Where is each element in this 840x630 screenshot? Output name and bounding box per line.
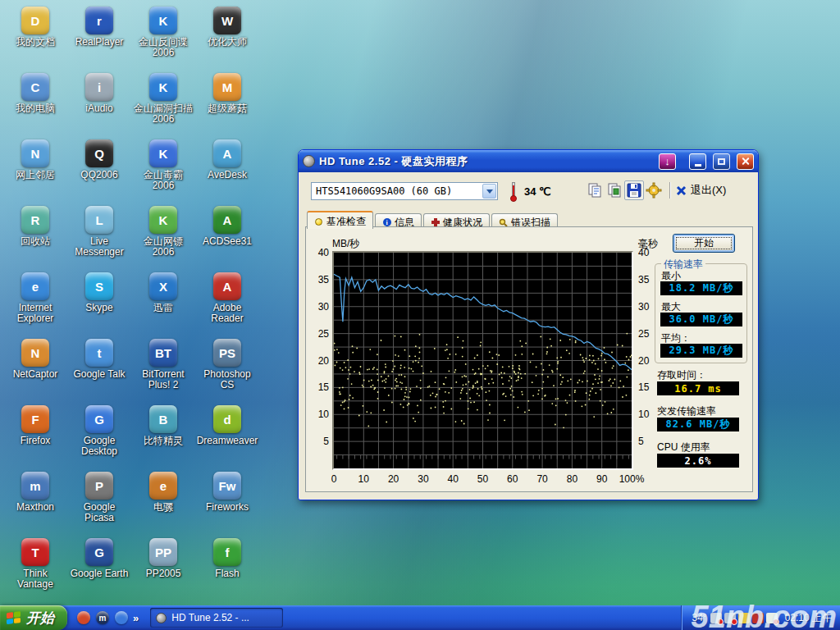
access-time-lcd: 16.7 ms	[657, 381, 739, 395]
tray-icons	[710, 613, 778, 623]
x-axis-tick: 20	[388, 473, 399, 485]
mail-icon[interactable]	[115, 611, 128, 624]
desktop-icon-google-desktop[interactable]: GGoogle Desktop	[68, 400, 130, 467]
desktop-icon-pp2005[interactable]: PPPP2005	[132, 533, 194, 600]
maxthon-icon[interactable]: m	[96, 611, 109, 624]
x-axis-tick: 70	[536, 473, 547, 485]
live-messenger-icon: L	[85, 206, 113, 234]
options-icon[interactable]	[644, 180, 664, 200]
y-right-tick: 40	[638, 247, 663, 258]
desktop-icon-kingsoft-antispyware-2006[interactable]: K金山反间谍 2006	[132, 2, 194, 68]
desktop-icon-kingsoft-duba-2006[interactable]: K金山毒霸 2006	[132, 135, 194, 201]
start-benchmark-button[interactable]: 开始	[673, 234, 735, 253]
kingsoft-duba-2006-icon: K	[149, 139, 177, 167]
close-button[interactable]	[737, 153, 754, 170]
quick-launch-overflow-chevron[interactable]: »	[133, 612, 139, 624]
maximize-button[interactable]	[713, 153, 730, 170]
max-value-lcd: 36.0 MB/秒	[660, 313, 742, 326]
desktop-icon-super-mushroom[interactable]: M超级蘑菇	[196, 68, 258, 135]
save-icon[interactable]	[624, 180, 644, 200]
tab-benchmark[interactable]: 基准检查	[307, 211, 373, 229]
desktop-icon-recycle-bin[interactable]: R回收站	[4, 201, 66, 267]
toolbar: 退出(X)	[585, 180, 726, 200]
desktop-icon-skype[interactable]: SSkype	[68, 267, 130, 334]
desktop-icon-live-messenger[interactable]: LLive Messenger	[68, 201, 130, 267]
y-left-tick: 35	[309, 274, 329, 285]
cpu-usage-lcd: 2.6%	[657, 454, 739, 468]
taskbar-button-hdtune[interactable]: HD Tune 2.52 - ...	[150, 608, 283, 628]
minimize-button[interactable]	[689, 153, 706, 170]
kingsoft-vulnerability-scan-2006-icon: K	[149, 73, 177, 101]
desktop-icon-my-documents[interactable]: D我的文档	[4, 2, 66, 68]
x-axis-tick: 0	[331, 473, 337, 485]
desktop-icon-netcaptor[interactable]: NNetCaptor	[4, 334, 66, 400]
y-right-tick: 10	[638, 409, 663, 420]
desktop-icon-dreamweaver[interactable]: dDreamweaver	[196, 400, 258, 467]
download-arrow-button[interactable]: ↓	[659, 153, 676, 170]
toolbar-separator	[669, 182, 670, 199]
desktop-icon-label: Skype	[85, 303, 112, 313]
copy-text-icon[interactable]	[585, 180, 605, 200]
desktop-icon-label: Flash	[215, 568, 239, 579]
desktop-icon-label: Photoshop CS	[196, 369, 258, 390]
desktop-icon-acdsee31[interactable]: AACDSee31	[196, 201, 258, 267]
youhua-dashi-icon: W	[213, 7, 241, 34]
desktop-icon-network-places[interactable]: N网上邻居	[4, 135, 66, 201]
copy-image-icon[interactable]	[605, 180, 624, 200]
avedesk-icon: A	[213, 139, 241, 167]
kingsoft-shield-icon[interactable]	[752, 613, 764, 623]
desktop-icon-label: 金山毒霸 2006	[144, 170, 183, 191]
google-earth-icon: G	[85, 538, 113, 566]
desktop-icon-maxthon[interactable]: mMaxthon	[4, 467, 66, 533]
exit-button[interactable]: 退出(X)	[676, 183, 726, 198]
window-title: HD Tune 2.52 - 硬盘实用程序	[319, 154, 652, 169]
disabled-device-icon[interactable]	[724, 613, 736, 623]
desktop-icon-youhua-dashi[interactable]: W优化大师	[196, 2, 258, 68]
desktop-icon-internet-explorer[interactable]: eInternet Explorer	[4, 267, 66, 334]
cpu-usage-label: CPU 使用率	[657, 441, 710, 454]
desktop-icon-photoshop-cs[interactable]: PSPhotoshop CS	[196, 334, 258, 400]
desktop-icon-grid: D我的文档rRealPlayerK金山反间谍 2006W优化大师C我的电脑iiA…	[3, 2, 259, 600]
muted-speaker-icon[interactable]	[710, 613, 722, 623]
taskbar: 开始 m » HD Tune 2.52 - ... 34° 02:10 上午	[0, 605, 840, 630]
window-titlebar[interactable]: HD Tune 2.52 - 硬盘实用程序 ↓	[299, 150, 758, 172]
desktop-icon-flash[interactable]: fFlash	[196, 533, 258, 600]
drive-select[interactable]: HTS541060G9SA00 (60 GB)	[311, 182, 498, 200]
network-places-icon: N	[21, 139, 49, 167]
messenger-icon[interactable]	[738, 613, 750, 623]
network-status-icon[interactable]	[766, 613, 778, 623]
google-picasa-icon: P	[85, 472, 113, 500]
desktop-icon-kingsoft-vulnerability-scan-2006[interactable]: K金山漏洞扫描 2006	[132, 68, 194, 135]
desktop-icon-bitspirit[interactable]: B比特精灵	[132, 400, 194, 467]
desktop-icon-kingsoft-netguard-2006[interactable]: K金山网镖 2006	[132, 201, 194, 267]
kingsoft-antispyware-2006-icon: K	[149, 7, 177, 34]
desktop-icon-my-computer[interactable]: C我的电脑	[4, 68, 66, 135]
desktop-icon-think-vantage[interactable]: TThink Vantage	[4, 533, 66, 600]
desktop-icon-bittorrent-plus-2[interactable]: BTBitTorrent Plus! 2	[132, 334, 194, 400]
desktop-icon-iaudio[interactable]: iiAudio	[68, 68, 130, 135]
quick-launch-bar: m	[77, 611, 128, 624]
y-left-axis-title: MB/秒	[332, 237, 359, 251]
desktop-icon-qq2006[interactable]: QQQ2006	[68, 135, 130, 201]
desktop-icon-label: RealPlayer	[75, 37, 124, 48]
start-button[interactable]: 开始	[0, 605, 67, 630]
desktop-icon-adobe-reader[interactable]: AAdobe Reader	[196, 267, 258, 334]
desktop-icon-label: 电骡	[153, 502, 173, 513]
desktop-icon-label: iAudio	[85, 103, 112, 114]
desktop-icon-label: NetCaptor	[13, 369, 58, 380]
desktop-icon-emule[interactable]: e电骡	[132, 467, 194, 533]
google-talk-icon: t	[85, 339, 113, 367]
desktop-icon-google-picasa[interactable]: PGoogle Picasa	[68, 467, 130, 533]
desktop-icon-label: Google Earth	[71, 568, 129, 579]
x-axis-tick: 90	[596, 473, 607, 485]
desktop-icon-avedesk[interactable]: AAveDesk	[196, 135, 258, 201]
browser-orb-icon[interactable]	[77, 611, 90, 624]
drive-select-dropdown-button[interactable]	[482, 184, 496, 199]
desktop-icon-label: 金山反间谍 2006	[139, 37, 188, 58]
desktop-icon-google-talk[interactable]: tGoogle Talk	[68, 334, 130, 400]
desktop-icon-realplayer[interactable]: rRealPlayer	[68, 2, 130, 68]
desktop-icon-fireworks[interactable]: FwFireworks	[196, 467, 258, 533]
desktop-icon-google-earth[interactable]: GGoogle Earth	[68, 533, 130, 600]
desktop-icon-firefox[interactable]: FFirefox	[4, 400, 66, 467]
desktop-icon-thunder-xunlei[interactable]: X迅雷	[132, 267, 194, 334]
